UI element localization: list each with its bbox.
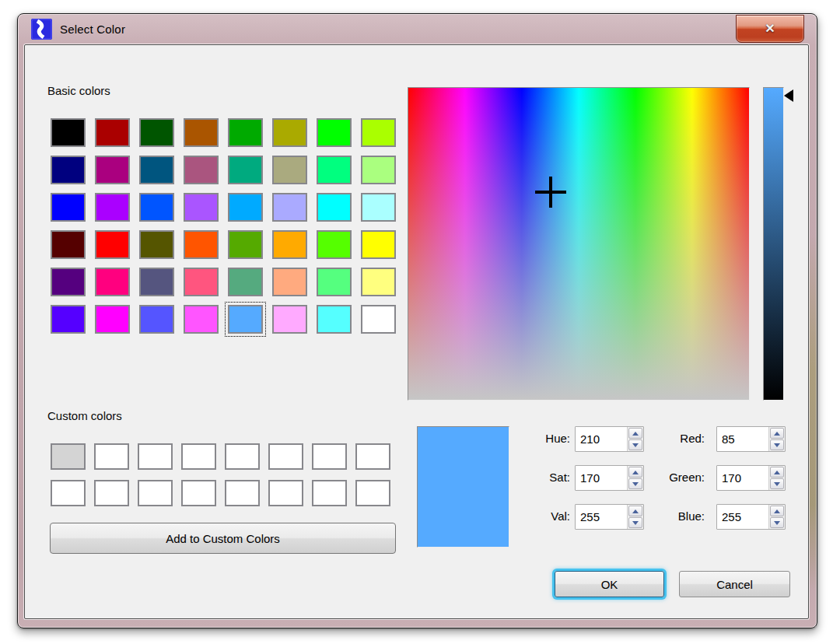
basic-color-swatch[interactable]	[139, 156, 174, 184]
basic-color-swatch[interactable]	[139, 193, 174, 222]
basic-color-swatch[interactable]	[317, 156, 352, 184]
red-decrement-button[interactable]	[770, 439, 784, 450]
red-input[interactable]	[717, 427, 768, 451]
basic-color-swatch[interactable]	[317, 230, 352, 259]
add-to-custom-colors-button[interactable]: Add to Custom Colors	[50, 523, 396, 554]
basic-color-swatch[interactable]	[272, 268, 307, 296]
basic-color-swatch[interactable]	[228, 156, 263, 184]
arrow-up-icon	[774, 509, 780, 513]
basic-color-swatch[interactable]	[51, 193, 86, 222]
basic-color-swatch[interactable]	[361, 156, 396, 184]
green-increment-button[interactable]	[770, 467, 784, 478]
blue-label: Blue:	[619, 509, 705, 523]
basic-color-swatch[interactable]	[51, 118, 86, 147]
basic-color-swatch[interactable]	[51, 230, 86, 259]
arrow-down-icon	[774, 521, 780, 525]
blue-increment-button[interactable]	[770, 506, 784, 516]
basic-color-swatch[interactable]	[272, 305, 307, 334]
basic-color-swatch[interactable]	[228, 193, 263, 222]
custom-color-swatch[interactable]	[225, 480, 260, 506]
basic-color-swatch[interactable]	[139, 305, 174, 334]
hue-label: Hue:	[485, 432, 570, 445]
basic-color-swatch[interactable]	[317, 118, 352, 147]
arrow-up-icon	[774, 471, 780, 474]
basic-color-swatch[interactable]	[139, 230, 174, 259]
custom-color-swatch[interactable]	[268, 480, 303, 506]
basic-color-swatch[interactable]	[228, 268, 263, 296]
custom-color-swatch[interactable]	[51, 480, 86, 506]
value-slider-handle-icon[interactable]	[784, 89, 793, 102]
value-slider[interactable]	[763, 87, 784, 401]
basic-color-swatch[interactable]	[317, 268, 352, 296]
basic-color-swatch[interactable]	[272, 156, 307, 184]
basic-color-swatch[interactable]	[272, 118, 307, 147]
ok-button[interactable]: OK	[555, 571, 664, 597]
basic-color-swatch[interactable]	[139, 118, 174, 147]
green-spin-buttons	[768, 466, 785, 490]
custom-color-swatch[interactable]	[94, 443, 129, 470]
red-spinbox	[716, 426, 786, 452]
basic-color-swatch[interactable]	[361, 268, 396, 296]
green-input[interactable]	[717, 466, 768, 490]
blue-input[interactable]	[717, 505, 768, 529]
basic-color-swatch[interactable]	[361, 193, 396, 222]
basic-color-swatch[interactable]	[95, 268, 130, 296]
custom-color-swatch[interactable]	[51, 443, 86, 470]
custom-color-swatch[interactable]	[268, 443, 303, 470]
basic-color-swatch[interactable]	[228, 230, 263, 259]
basic-color-swatch[interactable]	[95, 156, 130, 184]
hue-saturation-picker[interactable]	[408, 87, 750, 401]
basic-color-swatch[interactable]	[139, 268, 174, 296]
titlebar[interactable]: Select Color	[18, 14, 817, 44]
basic-color-swatch[interactable]	[272, 193, 307, 222]
basic-colors-label: Basic colors	[47, 84, 110, 97]
basic-color-swatch[interactable]	[184, 156, 219, 184]
basic-color-swatch[interactable]	[184, 230, 219, 259]
blue-spinbox	[716, 504, 786, 530]
basic-color-swatch[interactable]	[361, 230, 396, 259]
basic-color-swatch[interactable]	[272, 230, 307, 259]
blue-spin-buttons	[768, 505, 785, 529]
basic-color-swatch[interactable]	[95, 193, 130, 222]
arrow-down-icon	[774, 443, 780, 447]
basic-color-swatch[interactable]	[95, 118, 130, 147]
app-icon	[31, 19, 52, 40]
basic-color-swatch[interactable]	[184, 193, 219, 222]
basic-color-swatch[interactable]	[317, 305, 352, 334]
green-decrement-button[interactable]	[770, 478, 784, 489]
arrow-down-icon	[774, 482, 780, 486]
custom-color-swatch[interactable]	[138, 480, 173, 506]
red-label: Red:	[619, 432, 705, 445]
basic-color-swatch[interactable]	[228, 305, 263, 334]
blue-decrement-button[interactable]	[770, 517, 784, 528]
basic-color-swatch[interactable]	[317, 193, 352, 222]
basic-color-swatch[interactable]	[361, 118, 396, 147]
basic-color-swatch[interactable]	[228, 118, 263, 147]
custom-color-swatch[interactable]	[181, 480, 216, 506]
custom-color-swatch[interactable]	[138, 443, 173, 470]
custom-colors-label: Custom colors	[47, 409, 122, 422]
basic-color-swatch[interactable]	[361, 305, 396, 334]
basic-color-swatch[interactable]	[95, 305, 130, 334]
basic-colors-grid	[51, 118, 396, 334]
basic-color-swatch[interactable]	[51, 268, 86, 296]
custom-color-swatch[interactable]	[181, 443, 216, 470]
basic-color-swatch[interactable]	[51, 156, 86, 184]
close-button[interactable]: ✕	[736, 15, 804, 43]
sat-label: Sat:	[485, 471, 570, 484]
basic-color-swatch[interactable]	[184, 268, 219, 296]
basic-color-swatch[interactable]	[184, 118, 219, 147]
custom-color-swatch[interactable]	[94, 480, 129, 506]
val-label: Val:	[485, 509, 570, 523]
red-increment-button[interactable]	[770, 428, 784, 439]
basic-color-swatch[interactable]	[95, 230, 130, 259]
custom-color-swatch[interactable]	[225, 443, 260, 470]
custom-color-swatch[interactable]	[355, 443, 390, 470]
cancel-button[interactable]: Cancel	[679, 571, 790, 597]
custom-color-swatch[interactable]	[355, 480, 390, 506]
basic-color-swatch[interactable]	[51, 305, 86, 334]
custom-color-swatch[interactable]	[312, 480, 347, 506]
basic-color-swatch[interactable]	[184, 305, 219, 334]
custom-color-swatch[interactable]	[312, 443, 347, 470]
custom-colors-grid	[51, 443, 390, 506]
